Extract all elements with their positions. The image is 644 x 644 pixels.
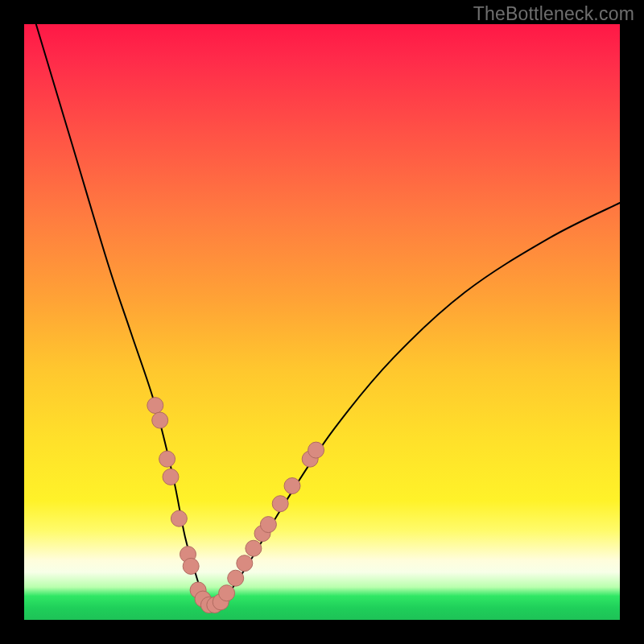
curve-marker: [163, 469, 179, 485]
curve-marker: [246, 540, 262, 556]
chart-plot-area: [24, 24, 620, 620]
curve-markers: [147, 398, 324, 613]
chart-svg: [24, 24, 620, 620]
chart-frame: TheBottleneck.com: [0, 0, 644, 644]
curve-marker: [147, 398, 163, 414]
curve-marker: [308, 442, 324, 458]
curve-marker: [171, 510, 187, 526]
bottleneck-curve: [36, 24, 620, 609]
curve-marker: [284, 478, 300, 494]
curve-marker: [159, 451, 175, 467]
curve-marker: [152, 412, 168, 428]
watermark-text: TheBottleneck.com: [473, 3, 634, 25]
curve-marker: [183, 558, 199, 574]
curve-marker: [219, 585, 235, 601]
curve-marker: [237, 555, 253, 572]
curve-marker: [260, 517, 276, 533]
curve-marker: [272, 496, 288, 512]
curve-marker: [228, 570, 244, 586]
